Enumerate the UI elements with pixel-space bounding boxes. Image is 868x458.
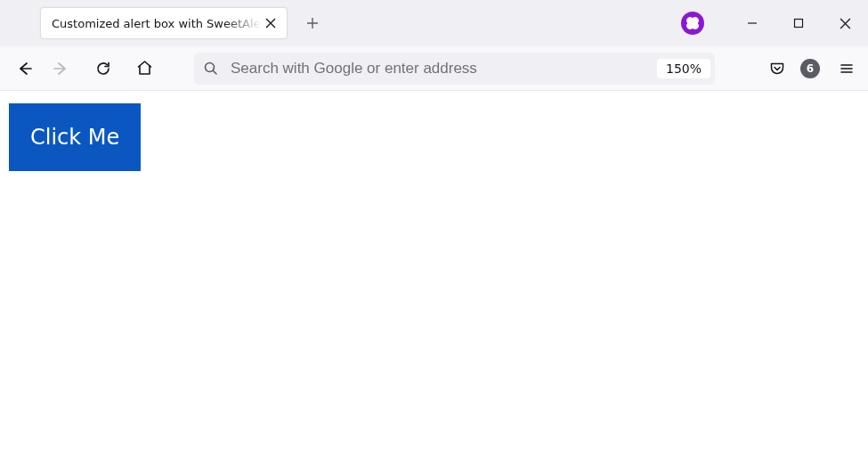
profile-icon[interactable] [681, 12, 704, 35]
back-button[interactable] [9, 53, 41, 85]
maximize-button[interactable] [775, 5, 822, 41]
tab-title: Customized alert box with SweetAlert [52, 17, 262, 30]
click-me-button[interactable]: Click Me [9, 103, 141, 171]
home-button[interactable] [128, 53, 160, 85]
browser-tab[interactable]: Customized alert box with SweetAlert [40, 7, 288, 39]
window-controls [681, 0, 868, 46]
new-tab-button[interactable] [300, 11, 325, 36]
toolbar: 150% 6 [0, 46, 868, 91]
minimize-button[interactable] [729, 5, 775, 41]
search-icon [203, 61, 218, 76]
close-icon[interactable] [262, 14, 280, 32]
tab-bar: Customized alert box with SweetAlert [0, 0, 868, 46]
notification-badge[interactable]: 6 [800, 59, 820, 78]
url-bar[interactable]: 150% [194, 53, 715, 85]
close-window-button[interactable] [822, 5, 868, 41]
page-content: Click Me [0, 91, 868, 184]
reload-button[interactable] [87, 53, 119, 85]
svg-rect-0 [795, 20, 803, 28]
address-input[interactable] [231, 53, 657, 85]
menu-button[interactable] [831, 53, 863, 85]
pocket-button[interactable] [761, 53, 793, 85]
zoom-indicator[interactable]: 150% [657, 59, 710, 78]
forward-button[interactable] [45, 53, 77, 85]
